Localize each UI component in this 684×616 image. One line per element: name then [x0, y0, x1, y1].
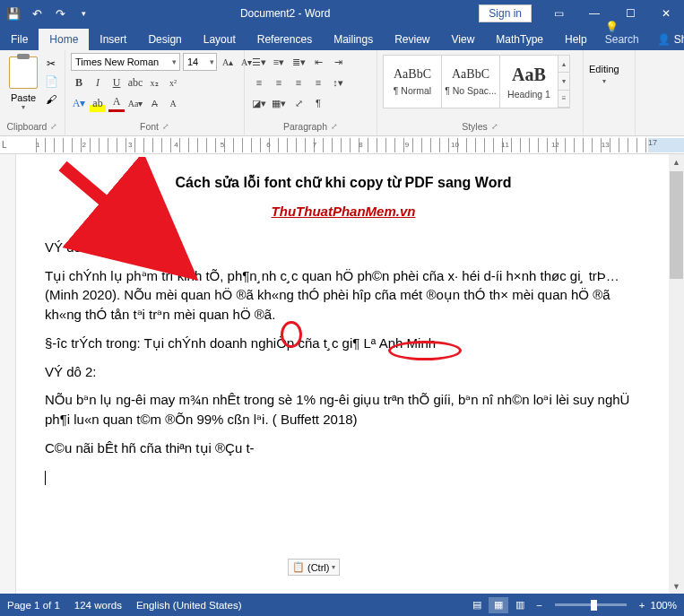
- doc-paragraph: NÕu bᵃn lụ ng-êi may m¾n nhÊt trong sè 1…: [45, 390, 642, 429]
- paragraph-dialog-icon[interactable]: ⤢: [331, 119, 338, 134]
- ribbon-display-icon[interactable]: ▭: [541, 0, 576, 27]
- chevron-down-icon: ▾: [332, 563, 335, 571]
- phonetic-guide-icon[interactable]: A: [165, 94, 181, 112]
- borders-icon[interactable]: ▦▾: [270, 94, 288, 112]
- doc-paragraph: Tụi chÝnh lụ phᵃm trï kinh tÕ, ph¶n ̧nh …: [45, 266, 642, 325]
- paragraph-group-label: Paragraph: [283, 119, 327, 134]
- status-word-count[interactable]: 124 words: [74, 600, 122, 611]
- tab-help[interactable]: Help: [554, 29, 598, 50]
- doc-paragraph: §-îc trÝch trong: Tụi chÝnh doanh nghiÖp…: [45, 334, 642, 353]
- zoom-in-icon[interactable]: +: [639, 600, 645, 611]
- editing-button[interactable]: Editing▾: [589, 53, 619, 85]
- copy-icon[interactable]: 📄: [43, 74, 59, 89]
- subscript-button[interactable]: x₂: [146, 74, 162, 91]
- doc-paragraph: C©u nãi bÊt hñ cña thiªn tụi ®Çu t-: [45, 438, 642, 458]
- tab-mailings[interactable]: Mailings: [323, 29, 384, 50]
- print-layout-icon[interactable]: ▦: [489, 597, 508, 613]
- vertical-scrollbar[interactable]: ▲ ▼: [669, 154, 684, 594]
- document-title: Document2 - Word: [91, 7, 479, 20]
- text-effects-icon[interactable]: A▾: [71, 94, 87, 112]
- align-left-icon[interactable]: ≡: [250, 74, 268, 91]
- font-group-label: Font: [140, 119, 159, 134]
- multilevel-icon[interactable]: ≣▾: [290, 53, 307, 71]
- superscript-button[interactable]: x²: [165, 74, 181, 91]
- font-dialog-icon[interactable]: ⤢: [162, 119, 169, 134]
- format-painter-icon[interactable]: 🖌: [43, 92, 59, 107]
- status-language[interactable]: English (United States): [136, 600, 242, 611]
- zoom-slider[interactable]: [555, 603, 627, 606]
- styles-scroller[interactable]: ▴▾≡: [558, 55, 570, 108]
- ribbon-tabs: File Home Insert Design Layout Reference…: [0, 27, 684, 50]
- styles-dialog-icon[interactable]: ⤢: [491, 119, 498, 134]
- style-normal[interactable]: AaBbC ¶ Normal: [383, 55, 442, 108]
- text-cursor: [45, 471, 46, 485]
- underline-button[interactable]: U: [108, 74, 125, 91]
- clipboard-dialog-icon[interactable]: ⤢: [50, 119, 57, 134]
- doc-paragraph: VÝ dô 1:: [45, 238, 642, 257]
- zoom-out-icon[interactable]: −: [536, 600, 542, 611]
- strikethrough-button[interactable]: abc: [127, 74, 143, 91]
- tab-design[interactable]: Design: [137, 29, 192, 50]
- clipboard-icon: [9, 56, 38, 89]
- scroll-down-icon[interactable]: ▼: [669, 578, 684, 594]
- scroll-thumb[interactable]: [670, 171, 683, 279]
- cut-icon[interactable]: ✂: [43, 56, 59, 71]
- tab-references[interactable]: References: [247, 29, 323, 50]
- paste-options-button[interactable]: 📋 (Ctrl) ▾: [288, 559, 340, 576]
- style-no-spacing[interactable]: AaBbC ¶ No Spac...: [441, 55, 500, 108]
- increase-indent-icon[interactable]: ⇥: [329, 53, 347, 71]
- save-icon[interactable]: 💾: [5, 5, 22, 22]
- highlight-icon[interactable]: ab: [90, 94, 106, 112]
- share-button[interactable]: 👤 Share: [646, 29, 684, 50]
- style-heading-1[interactable]: AaB Heading 1: [499, 55, 558, 108]
- status-page[interactable]: Page 1 of 1: [7, 600, 60, 611]
- align-center-icon[interactable]: ≡: [270, 74, 288, 91]
- doc-heading: Cách sửa lỗi font chữ khi copy từ PDF sa…: [45, 172, 642, 193]
- show-marks-icon[interactable]: ¶: [309, 94, 327, 112]
- font-color-icon[interactable]: A: [108, 94, 125, 112]
- font-name-combo[interactable]: Times New Roman: [71, 53, 180, 71]
- numbering-icon[interactable]: ≡▾: [270, 53, 288, 71]
- read-mode-icon[interactable]: ▤: [467, 597, 487, 613]
- sort-icon[interactable]: ⤢: [290, 94, 307, 112]
- bullets-icon[interactable]: ☰▾: [250, 53, 268, 71]
- decrease-indent-icon[interactable]: ⇤: [309, 53, 327, 71]
- doc-paragraph: VÝ dô 2:: [45, 362, 642, 382]
- tab-layout[interactable]: Layout: [193, 29, 247, 50]
- paste-button[interactable]: Paste ▾: [5, 53, 41, 111]
- bold-button[interactable]: B: [71, 74, 87, 91]
- horizontal-ruler[interactable]: L 12345678910111213141516 17: [0, 136, 684, 154]
- doc-subtitle: ThuThuatPhanMem.vn: [45, 202, 642, 221]
- tab-home[interactable]: Home: [39, 29, 89, 50]
- zoom-level[interactable]: 100%: [651, 600, 677, 611]
- tab-file[interactable]: File: [0, 29, 39, 50]
- paste-options-icon: 📋: [292, 561, 305, 573]
- shading-icon[interactable]: ◪▾: [250, 94, 268, 112]
- tab-view[interactable]: View: [441, 29, 486, 50]
- redo-icon[interactable]: ↷: [52, 5, 68, 22]
- undo-icon[interactable]: ↶: [29, 5, 45, 22]
- tab-review[interactable]: Review: [384, 29, 440, 50]
- tell-me-search[interactable]: 💡 Search: [598, 16, 646, 50]
- justify-icon[interactable]: ≡: [309, 74, 327, 91]
- vertical-ruler[interactable]: [0, 154, 16, 594]
- grow-font-icon[interactable]: A▴: [220, 53, 236, 71]
- font-size-combo[interactable]: 14: [183, 53, 217, 71]
- sign-in-button[interactable]: Sign in: [479, 4, 532, 22]
- document-page[interactable]: Cách sửa lỗi font chữ khi copy từ PDF sa…: [36, 154, 651, 594]
- italic-button[interactable]: I: [90, 74, 106, 91]
- styles-group-label: Styles: [462, 119, 488, 134]
- web-layout-icon[interactable]: ▥: [510, 597, 530, 613]
- scroll-up-icon[interactable]: ▲: [669, 154, 684, 169]
- close-icon[interactable]: ✕: [648, 0, 684, 27]
- line-spacing-icon[interactable]: ↕▾: [329, 74, 347, 91]
- tab-insert[interactable]: Insert: [89, 29, 137, 50]
- change-case-icon[interactable]: Aa▾: [127, 94, 143, 112]
- align-right-icon[interactable]: ≡: [290, 74, 307, 91]
- clipboard-group-label: Clipboard: [7, 119, 48, 134]
- clear-format-icon[interactable]: A̶: [146, 94, 162, 112]
- qat-more-icon[interactable]: ▾: [75, 5, 91, 22]
- tab-mathtype[interactable]: MathType: [485, 29, 554, 50]
